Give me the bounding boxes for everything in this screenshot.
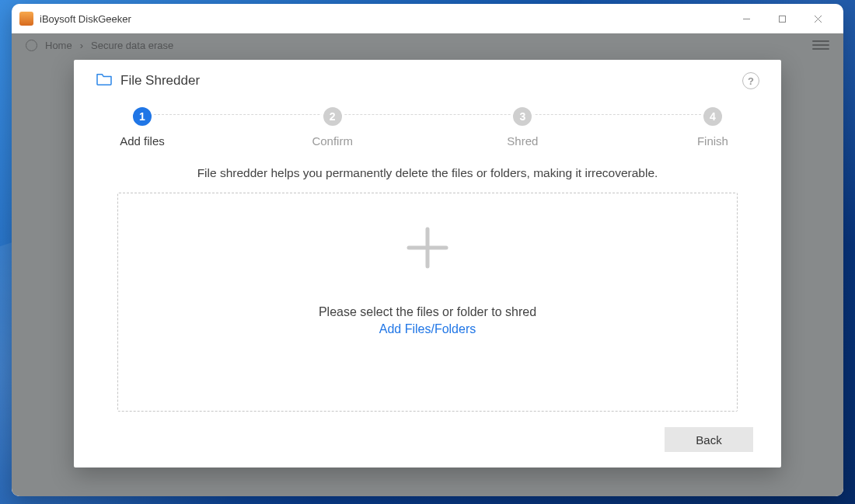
modal-footer: Back [96, 427, 759, 452]
modal-header: File Shredder ? [96, 72, 759, 89]
step-finish: 4 Finish [689, 105, 736, 148]
step-add-files: 1 Add files [119, 105, 166, 148]
help-button[interactable]: ? [742, 72, 759, 89]
svg-rect-1 [779, 16, 785, 22]
maximize-button[interactable] [764, 7, 800, 30]
dropzone[interactable]: Please select the files or folder to shr… [117, 193, 738, 412]
step-label: Confirm [312, 134, 353, 148]
plus-icon [404, 224, 451, 274]
step-number: 2 [321, 105, 344, 128]
step-shred: 3 Shred [499, 105, 546, 148]
app-icon [19, 12, 33, 26]
titlebar[interactable]: iBoysoft DiskGeeker [12, 4, 843, 33]
step-label: Shred [507, 134, 538, 148]
app-window: iBoysoft DiskGeeker Home › Secure data e… [12, 4, 843, 496]
step-label: Finish [697, 134, 728, 148]
step-confirm: 2 Confirm [309, 105, 356, 148]
close-button[interactable] [800, 7, 836, 30]
step-number: 4 [701, 105, 724, 128]
modal-title: File Shredder [120, 73, 200, 89]
dropzone-prompt: Please select the files or folder to shr… [319, 305, 536, 319]
window-controls [728, 7, 836, 30]
step-number: 1 [131, 105, 154, 128]
modal-description: File shredder helps you permanently dele… [96, 166, 759, 180]
folder-icon [96, 72, 113, 89]
file-shredder-modal: File Shredder ? 1 Add files 2 Confirm 3 … [74, 60, 781, 468]
minimize-button[interactable] [728, 7, 764, 30]
step-label: Add files [120, 134, 165, 148]
app-title: iBoysoft DiskGeeker [40, 13, 131, 25]
step-number: 3 [511, 105, 534, 128]
add-files-link[interactable]: Add Files/Folders [379, 322, 476, 336]
back-button[interactable]: Back [665, 427, 753, 452]
stepper: 1 Add files 2 Confirm 3 Shred 4 Finish [96, 105, 759, 148]
question-mark-icon: ? [748, 75, 754, 87]
